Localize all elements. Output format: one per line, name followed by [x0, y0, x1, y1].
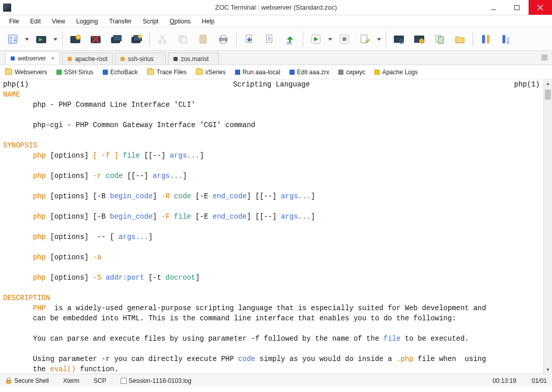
- disconnect-button[interactable]: [87, 31, 104, 48]
- minimize-button[interactable]: [482, 0, 505, 15]
- cut-button[interactable]: [154, 31, 171, 48]
- scrollbar[interactable]: [543, 79, 552, 374]
- statusbar: Secure Shell Xterm SCP Session-1116-0103…: [0, 374, 552, 387]
- svg-rect-26: [201, 34, 205, 36]
- stopscript-button[interactable]: [336, 31, 353, 48]
- svg-rect-15: [113, 35, 122, 41]
- print-button[interactable]: [215, 31, 232, 48]
- menu-edit[interactable]: Edit: [25, 17, 46, 26]
- download-button[interactable]: [241, 31, 258, 48]
- newsession-button[interactable]: [67, 31, 84, 48]
- terminal-view[interactable]: php(1) Scripting Language php(1) NAME ph…: [0, 79, 552, 374]
- svg-point-10: [76, 35, 80, 39]
- bookmark-iseries[interactable]: i/Series: [196, 69, 226, 76]
- quickconnect-button[interactable]: [33, 31, 50, 48]
- titlebar: ZOC Terminal : webserver (Standard.zoc): [0, 0, 552, 15]
- tab-overflow-button[interactable]: [540, 53, 549, 62]
- tab-icon: [68, 57, 72, 61]
- tab-icon: [11, 56, 15, 61]
- hostdir-dropdown[interactable]: [24, 37, 30, 41]
- bookmark-run-aaa-local[interactable]: Run aaa-local: [235, 69, 280, 76]
- menu-options[interactable]: Options: [164, 17, 195, 26]
- svg-rect-40: [342, 37, 346, 41]
- bookmark-webservers[interactable]: Webservers: [5, 69, 47, 76]
- tab-label: zos.marist: [181, 55, 209, 63]
- scroll-up-icon[interactable]: [544, 79, 552, 88]
- folder-icon: [147, 69, 154, 75]
- tool-a-button[interactable]: [477, 31, 495, 48]
- folder-icon: [5, 69, 12, 75]
- status-rowcol: 01/01: [532, 377, 547, 384]
- checkbox-icon[interactable]: [121, 378, 127, 384]
- options3-button[interactable]: [431, 31, 448, 48]
- toolbar: AZ ABCDEF AB: [0, 27, 552, 51]
- svg-rect-55: [542, 55, 544, 57]
- tab-zos-marist[interactable]: zos.marist: [168, 52, 219, 65]
- tool-b-button[interactable]: AB: [498, 31, 515, 48]
- scroll-thumb[interactable]: [545, 89, 551, 100]
- svg-rect-56: [545, 55, 547, 57]
- svg-text:B: B: [507, 40, 510, 45]
- paste-button[interactable]: [194, 31, 212, 48]
- options1-button[interactable]: [390, 31, 408, 48]
- bookmark-echoback[interactable]: EchoBack: [103, 69, 138, 76]
- hostdir-button[interactable]: AZ: [4, 31, 21, 48]
- editscript-button[interactable]: [356, 31, 373, 48]
- host-icon: [103, 70, 108, 75]
- tab-webserver[interactable]: webserver ×: [5, 51, 60, 65]
- menu-help[interactable]: Help: [197, 17, 220, 26]
- svg-rect-58: [545, 58, 547, 60]
- host-icon: [235, 70, 240, 75]
- runscript-button[interactable]: [307, 31, 325, 48]
- clone-button[interactable]: [128, 31, 145, 48]
- bookmark-apache-logs[interactable]: Apache Logs: [374, 69, 418, 76]
- menubar: File Edit View Logging Transfer Script O…: [0, 15, 552, 27]
- editscript-dropdown[interactable]: [376, 37, 382, 41]
- toolbar-separator: [236, 32, 237, 47]
- status-logging[interactable]: Session-1116-0103.log: [121, 377, 191, 384]
- upload-button[interactable]: [261, 31, 278, 48]
- svg-rect-1: [515, 5, 519, 10]
- menu-view[interactable]: View: [47, 17, 70, 26]
- options2-button[interactable]: [411, 31, 428, 48]
- bookmark-sirius-cyr[interactable]: сириус: [338, 69, 365, 76]
- host-icon: [289, 70, 295, 75]
- tab-ssh-sirius[interactable]: ssh-sirius: [115, 52, 166, 65]
- tab-label: webserver: [18, 55, 46, 62]
- quickconnect-dropdown[interactable]: [53, 37, 58, 41]
- bookmark-edit-aaa-zrx[interactable]: Edit aaa.zrx: [289, 69, 329, 76]
- runscript-dropdown[interactable]: [328, 37, 333, 41]
- bookmarkbar: Webservers SSH Sirius EchoBack Trace Fil…: [0, 65, 552, 79]
- bookmark-ssh-sirius[interactable]: SSH Sirius: [56, 69, 94, 76]
- maximize-button[interactable]: [505, 0, 529, 15]
- terminal-content: NAME php - PHP Command Line Interface 'C…: [3, 89, 549, 374]
- bookmark-trace-files[interactable]: Trace Files: [147, 69, 187, 76]
- sendtext-button[interactable]: ABCDEF: [281, 31, 299, 48]
- reconnect-button[interactable]: [107, 31, 125, 48]
- tab-apache-root[interactable]: apache-root: [62, 52, 113, 65]
- lock-icon: [5, 377, 12, 384]
- tab-icon: [173, 57, 178, 61]
- host-icon: [338, 70, 343, 75]
- tab-close-icon[interactable]: ×: [51, 55, 54, 62]
- svg-point-44: [400, 40, 402, 42]
- toolbar-separator: [386, 32, 386, 47]
- menu-transfer[interactable]: Transfer: [104, 17, 137, 26]
- copy-button[interactable]: [174, 31, 191, 48]
- openfolder-button[interactable]: [451, 31, 469, 48]
- menu-script[interactable]: Script: [138, 17, 164, 26]
- scroll-down-icon[interactable]: [544, 365, 552, 374]
- menu-file[interactable]: File: [4, 17, 24, 26]
- svg-rect-28: [221, 35, 225, 38]
- toolbar-separator: [149, 32, 150, 47]
- manpage-header-mid: Scripting Language: [233, 79, 310, 89]
- status-transfer: SCP: [94, 377, 106, 384]
- app-icon: [3, 4, 11, 12]
- close-button[interactable]: [529, 0, 552, 15]
- tab-icon: [121, 57, 125, 61]
- svg-rect-51: [487, 35, 490, 43]
- window-title: ZOC Terminal : webserver (Standard.zoc): [0, 4, 552, 11]
- svg-rect-50: [482, 35, 485, 43]
- status-terminal: Xterm: [63, 377, 79, 384]
- menu-logging[interactable]: Logging: [71, 17, 103, 26]
